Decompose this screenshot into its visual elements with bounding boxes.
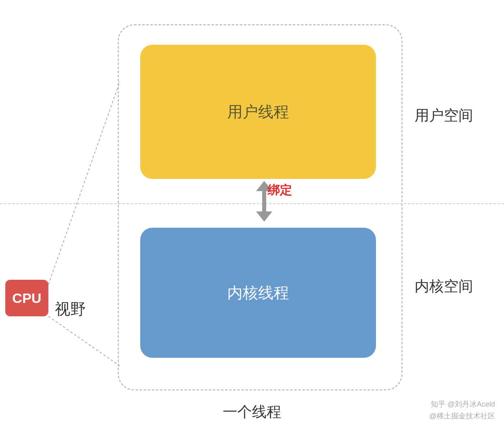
- user-process-box: 用户线程: [140, 45, 376, 179]
- svg-line-1: [48, 316, 120, 366]
- binding-label: 绑定: [267, 182, 292, 199]
- cpu-label: CPU: [12, 290, 41, 306]
- watermark: 知乎 @刘丹冰Aceld @稀土掘金技术社区: [429, 398, 495, 422]
- watermark-line1: 知乎 @刘丹冰Aceld: [429, 398, 495, 410]
- watermark-line2: @稀土掘金技术社区: [429, 410, 495, 422]
- svg-line-0: [48, 81, 120, 285]
- field-of-view-label: 视野: [55, 299, 86, 320]
- diagram-container: 用户空间 内核空间 用户线程 绑定 内核线程 CPU 视野 一个线程 知乎 @刘…: [0, 0, 504, 431]
- one-thread-label: 一个线程: [223, 402, 281, 422]
- user-space-label: 用户空间: [415, 106, 473, 126]
- user-process-label: 用户线程: [227, 102, 289, 122]
- kernel-space-label: 内核空间: [415, 276, 473, 296]
- kernel-process-label: 内核线程: [227, 283, 289, 303]
- kernel-process-box: 内核线程: [140, 228, 376, 358]
- cpu-box: CPU: [5, 280, 48, 316]
